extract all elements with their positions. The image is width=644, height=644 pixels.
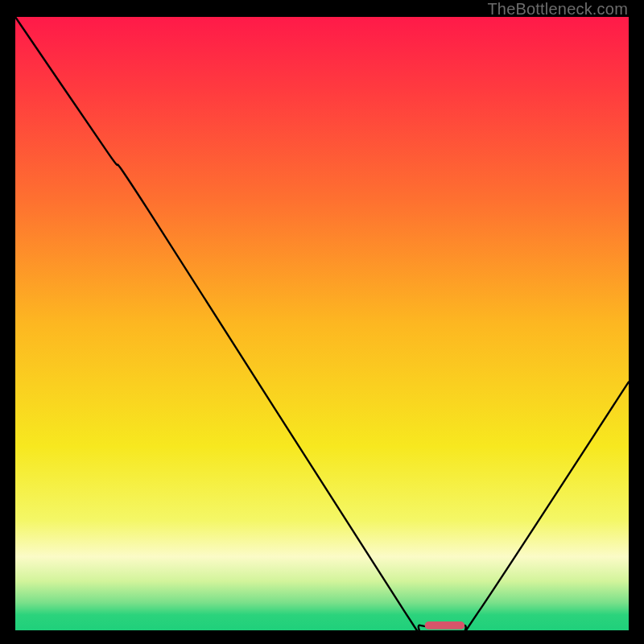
optimum-marker <box>425 621 465 630</box>
gradient-background <box>15 17 629 630</box>
chart-frame <box>15 17 629 630</box>
bottleneck-chart <box>15 17 629 630</box>
watermark-text: TheBottleneck.com <box>487 0 628 19</box>
